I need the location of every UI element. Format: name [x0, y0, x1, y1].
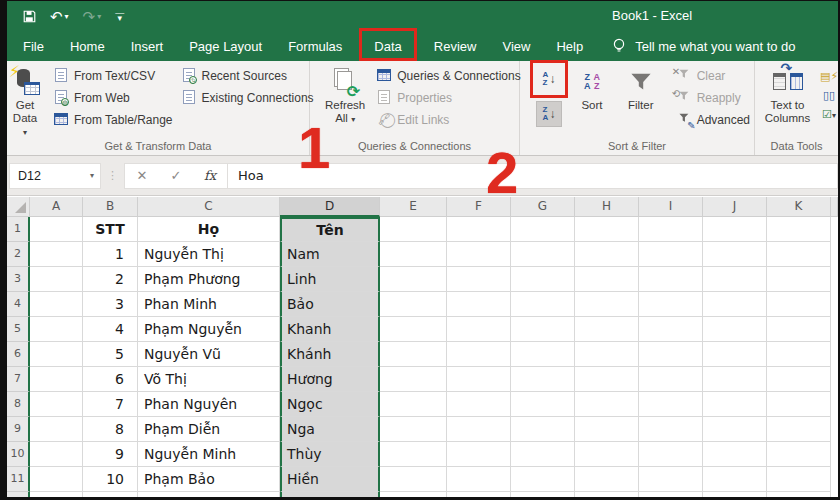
- tab-help[interactable]: Help: [543, 34, 596, 59]
- name-box-dropdown-icon[interactable]: ▾: [90, 171, 94, 180]
- cell-I11[interactable]: [639, 467, 703, 492]
- cell-G6[interactable]: [511, 342, 575, 367]
- row-header-[interactable]: [7, 492, 30, 497]
- tab-data[interactable]: Data: [361, 34, 414, 59]
- cell-A7[interactable]: [30, 367, 83, 392]
- cell-D8[interactable]: Ngọc: [280, 392, 380, 417]
- cell-J10[interactable]: [703, 442, 767, 467]
- remove-duplicates-icon[interactable]: ▯▯: [820, 87, 838, 103]
- cell-C9[interactable]: Phạm Diễn: [138, 417, 280, 442]
- cell-I9[interactable]: [639, 417, 703, 442]
- cell-E7[interactable]: [380, 367, 447, 392]
- cell-Dx[interactable]: [280, 492, 380, 497]
- cell-E4[interactable]: [380, 292, 447, 317]
- customize-qat-icon[interactable]: —▾: [115, 11, 124, 21]
- column-header-I[interactable]: I: [639, 197, 703, 217]
- cell-D6[interactable]: Khánh: [280, 342, 380, 367]
- cell-E5[interactable]: [380, 317, 447, 342]
- cell-D5[interactable]: Khanh: [280, 317, 380, 342]
- from-table-range-button[interactable]: From Table/Range: [49, 109, 177, 131]
- cell-A3[interactable]: [30, 267, 83, 292]
- cell-K2[interactable]: [767, 242, 831, 267]
- cell-D11[interactable]: Hiền: [280, 467, 380, 492]
- row-header-5[interactable]: 5: [7, 317, 30, 342]
- cell-E1[interactable]: [380, 217, 447, 242]
- from-text-csv-button[interactable]: From Text/CSV: [49, 65, 177, 87]
- cell-B8[interactable]: 7: [83, 392, 138, 417]
- column-header-E[interactable]: E: [380, 197, 447, 217]
- cell-J11[interactable]: [703, 467, 767, 492]
- column-header-K[interactable]: K: [767, 197, 831, 217]
- cell-Cx[interactable]: [138, 492, 280, 497]
- cell-K3[interactable]: [767, 267, 831, 292]
- cell-C2[interactable]: Nguyễn Thị: [138, 242, 280, 267]
- cell-I7[interactable]: [639, 367, 703, 392]
- cell-F4[interactable]: [447, 292, 511, 317]
- confirm-entry-icon[interactable]: ✓: [159, 168, 193, 183]
- cell-B7[interactable]: 6: [83, 367, 138, 392]
- cell-K4[interactable]: [767, 292, 831, 317]
- cell-H1[interactable]: [575, 217, 639, 242]
- cell-E6[interactable]: [380, 342, 447, 367]
- tab-view[interactable]: View: [489, 34, 543, 59]
- cell-C7[interactable]: Võ Thị: [138, 367, 280, 392]
- cell-G1[interactable]: [511, 217, 575, 242]
- row-header-10[interactable]: 10: [7, 442, 30, 467]
- cancel-entry-icon[interactable]: ✕: [125, 168, 159, 183]
- sort-button[interactable]: ZAAZ Sort: [572, 61, 612, 114]
- cell-G5[interactable]: [511, 317, 575, 342]
- column-header-G[interactable]: G: [511, 197, 575, 217]
- cell-C10[interactable]: Nguyễn Minh: [138, 442, 280, 467]
- cell-F5[interactable]: [447, 317, 511, 342]
- row-header-4[interactable]: 4: [7, 292, 30, 317]
- cell-C11[interactable]: Phạm Bảo: [138, 467, 280, 492]
- cell-Kx[interactable]: [767, 492, 831, 497]
- row-header-2[interactable]: 2: [7, 242, 30, 267]
- insert-function-icon[interactable]: fx: [193, 168, 227, 183]
- cell-C1[interactable]: Họ: [138, 217, 280, 242]
- cell-Fx[interactable]: [447, 492, 511, 497]
- cell-Ex[interactable]: [380, 492, 447, 497]
- cell-I5[interactable]: [639, 317, 703, 342]
- cell-C3[interactable]: Phạm Phương: [138, 267, 280, 292]
- cell-A8[interactable]: [30, 392, 83, 417]
- cell-A6[interactable]: [30, 342, 83, 367]
- cell-F11[interactable]: [447, 467, 511, 492]
- cell-Jx[interactable]: [703, 492, 767, 497]
- tab-file[interactable]: File: [10, 34, 57, 59]
- cell-D4[interactable]: Bảo: [280, 292, 380, 317]
- cell-J6[interactable]: [703, 342, 767, 367]
- cell-A5[interactable]: [30, 317, 83, 342]
- cell-H8[interactable]: [575, 392, 639, 417]
- cell-Bx[interactable]: [83, 492, 138, 497]
- cell-K5[interactable]: [767, 317, 831, 342]
- cell-J3[interactable]: [703, 267, 767, 292]
- cell-B1[interactable]: STT: [83, 217, 138, 242]
- cell-H10[interactable]: [575, 442, 639, 467]
- cell-G9[interactable]: [511, 417, 575, 442]
- cell-J8[interactable]: [703, 392, 767, 417]
- undo-icon[interactable]: ↶▾: [50, 9, 69, 24]
- cell-A1[interactable]: [30, 217, 83, 242]
- cell-H11[interactable]: [575, 467, 639, 492]
- column-header-D[interactable]: D: [280, 197, 380, 217]
- cell-F1[interactable]: [447, 217, 511, 242]
- row-header-8[interactable]: 8: [7, 392, 30, 417]
- cell-C8[interactable]: Phan Nguyên: [138, 392, 280, 417]
- name-box[interactable]: D12 ▾: [9, 163, 101, 189]
- select-all-corner[interactable]: [7, 197, 30, 217]
- cell-F3[interactable]: [447, 267, 511, 292]
- from-web-button[interactable]: ◍From Web: [49, 87, 177, 109]
- cell-Hx[interactable]: [575, 492, 639, 497]
- cell-F6[interactable]: [447, 342, 511, 367]
- cell-G3[interactable]: [511, 267, 575, 292]
- cell-I2[interactable]: [639, 242, 703, 267]
- cell-G8[interactable]: [511, 392, 575, 417]
- data-validation-icon[interactable]: ☑▾: [820, 106, 838, 122]
- flash-fill-icon[interactable]: ▤⚡: [820, 68, 838, 84]
- sort-ascending-button[interactable]: AZ↓: [536, 66, 562, 92]
- cell-F9[interactable]: [447, 417, 511, 442]
- cell-H2[interactable]: [575, 242, 639, 267]
- cell-G11[interactable]: [511, 467, 575, 492]
- cell-I10[interactable]: [639, 442, 703, 467]
